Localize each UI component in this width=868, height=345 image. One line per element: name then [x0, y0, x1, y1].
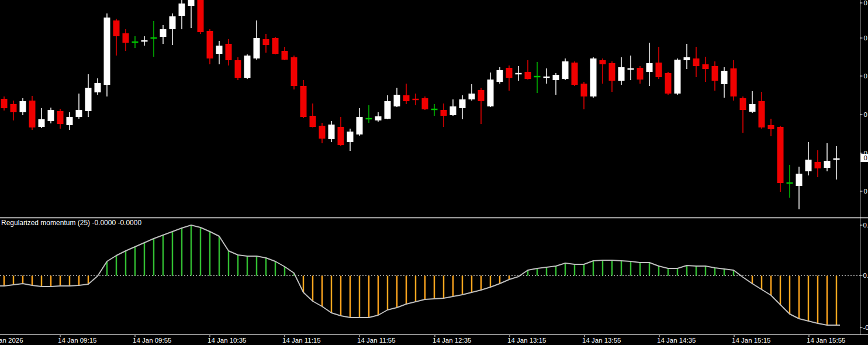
- price-box-value: 0: [864, 154, 867, 161]
- chart-canvas: 0000000.0.-00an 202614 Jan 09:1514 Jan 0…: [0, 0, 868, 345]
- candle-doji-bar: [516, 73, 522, 75]
- candle-body: [385, 101, 391, 119]
- candle-body: [291, 57, 298, 86]
- candle-body: [497, 70, 503, 82]
- candle-doji-bar: [628, 68, 634, 70]
- time-axis-surface[interactable]: [0, 334, 868, 345]
- candle-body: [76, 110, 82, 117]
- candle-body: [796, 174, 803, 186]
- candle-body: [712, 66, 718, 81]
- candle-body: [310, 116, 316, 127]
- candle-body: [39, 119, 45, 127]
- candle-body: [646, 63, 653, 72]
- candle-body: [235, 60, 241, 78]
- candle-body: [656, 63, 662, 77]
- candle-body: [113, 20, 120, 36]
- candle-body: [188, 0, 195, 6]
- price-axis-label: 0: [864, 34, 867, 42]
- candle-body: [478, 90, 485, 101]
- candle-body: [394, 95, 400, 106]
- candle-body: [123, 33, 129, 43]
- candle-body: [422, 98, 428, 109]
- candle-body: [459, 99, 466, 108]
- candle-body: [759, 101, 765, 127]
- candle-body: [618, 67, 625, 81]
- candle-doji-bar: [787, 182, 793, 184]
- candle-body: [282, 51, 288, 60]
- candle-body: [731, 68, 737, 96]
- candle-body: [609, 63, 615, 81]
- candle-body: [48, 110, 54, 121]
- candle-doji-bar: [151, 37, 157, 39]
- candle-body: [104, 18, 110, 85]
- candle-body: [263, 39, 269, 45]
- candle-doji-bar: [366, 118, 372, 120]
- candle-body: [11, 104, 17, 112]
- candle-body: [20, 101, 26, 112]
- momentum-axis-label: 0.: [863, 272, 868, 279]
- candle-body: [403, 95, 410, 101]
- candle-body: [441, 110, 447, 116]
- candle-body: [525, 72, 531, 79]
- candle-body: [347, 132, 354, 142]
- price-panel-surface[interactable]: [0, 0, 860, 218]
- candle-body: [675, 60, 681, 94]
- price-axis-label: 0: [864, 0, 867, 6]
- candle-body: [693, 58, 700, 66]
- candle-body: [160, 29, 167, 37]
- momentum-axis-label: -0: [863, 324, 868, 331]
- candle-body: [777, 127, 784, 183]
- candle-doji-bar: [544, 77, 550, 78]
- momentum-axis-label: 0.: [863, 222, 868, 229]
- candle-body: [487, 80, 494, 106]
- candle-body: [506, 68, 513, 78]
- candle-body: [95, 83, 101, 92]
- candle-body: [684, 57, 690, 60]
- candle-body: [254, 38, 260, 58]
- candle-doji-bar: [132, 42, 139, 43]
- candle-body: [85, 88, 92, 111]
- price-axis-label: 0: [864, 73, 867, 80]
- candle-body: [768, 125, 774, 129]
- candle-body: [170, 16, 176, 29]
- candle-body: [226, 44, 232, 60]
- candle-body: [216, 46, 223, 54]
- candle-body: [572, 63, 578, 85]
- candle-body: [357, 117, 363, 134]
- indicator-label: Regularized momentum (25) -0.0000 -0.000…: [1, 219, 141, 227]
- candle-body: [450, 106, 457, 115]
- candle-body: [57, 111, 64, 124]
- candle-body: [198, 0, 204, 32]
- candle-body: [581, 84, 587, 96]
- candle-body: [375, 116, 382, 120]
- candle-body: [338, 127, 344, 145]
- candle-body: [600, 60, 606, 64]
- price-axis-label: 0: [864, 188, 867, 195]
- candle-body: [703, 64, 709, 69]
- trading-terminal-chart: 0000000.0.-00an 202614 Jan 09:1514 Jan 0…: [0, 0, 868, 345]
- candle-body: [805, 160, 812, 171]
- candle-body: [590, 58, 597, 96]
- candle-body: [179, 4, 185, 16]
- candle-body: [1, 99, 8, 108]
- candle-body: [244, 56, 251, 78]
- candle-doji-bar: [431, 109, 438, 111]
- candle-doji-bar: [413, 99, 419, 101]
- candle-body: [29, 101, 36, 127]
- candle-body: [469, 94, 475, 99]
- price-axis-label: 0: [864, 111, 867, 118]
- candle-body: [319, 126, 326, 139]
- candle-body: [749, 104, 756, 112]
- candle-body: [740, 98, 746, 110]
- candle-doji-bar: [534, 76, 541, 78]
- candle-body: [815, 162, 821, 168]
- candle-body: [272, 38, 279, 54]
- candle-body: [637, 68, 644, 80]
- candle-body: [553, 75, 559, 80]
- candle-doji-bar: [834, 158, 840, 160]
- candle-body: [824, 161, 831, 168]
- candle-body: [562, 61, 569, 79]
- candle-body: [665, 73, 672, 94]
- candle-body: [67, 117, 73, 125]
- candle-body: [207, 31, 213, 58]
